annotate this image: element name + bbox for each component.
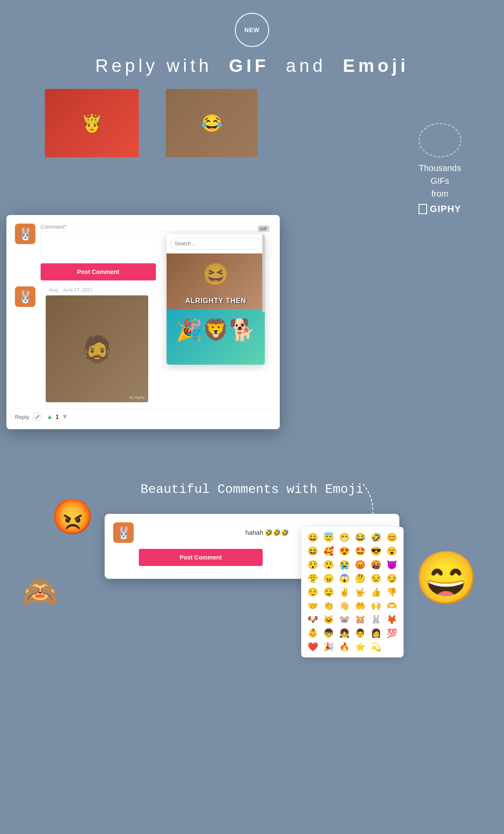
- emoji-item[interactable]: 😮: [385, 545, 399, 557]
- bg-gif-1-figure: 🤴: [45, 89, 139, 157]
- emoji-item[interactable]: 😇: [322, 531, 336, 543]
- emoji-item[interactable]: ⭐: [353, 641, 367, 653]
- emoji-item[interactable]: 😲: [322, 559, 336, 571]
- emoji-item[interactable]: 🤣: [369, 531, 383, 543]
- emoji-item[interactable]: 😯: [306, 559, 320, 571]
- beautiful-comments-title: Beautiful Comments with Emoji: [9, 482, 495, 497]
- emoji-item[interactable]: 😆: [306, 545, 320, 557]
- upvote-button[interactable]: ▲: [46, 413, 53, 421]
- emoji-item[interactable]: 💯: [385, 627, 399, 639]
- gif-result-1[interactable]: 😆 ALRIGHTY THEN: [167, 253, 265, 309]
- emoji-item[interactable]: 🫶: [385, 600, 399, 612]
- emoji-item[interactable]: 🙌: [369, 600, 383, 612]
- bg-gif-2-figure: 😂: [166, 89, 258, 157]
- emoji-item[interactable]: 🐭: [337, 613, 352, 625]
- vote-count: 1: [56, 413, 59, 420]
- emoji-item[interactable]: 🎉: [322, 641, 336, 653]
- reply-button[interactable]: Reply: [15, 414, 29, 420]
- giphy-info-area: Thousands GIFs from GIPHY: [419, 123, 461, 215]
- emoji-item[interactable]: 👶: [306, 627, 320, 639]
- emoji-item[interactable]: 👍: [369, 586, 383, 598]
- edit-icon[interactable]: [33, 413, 42, 421]
- giphy-info-text: Thousands GIFs from: [419, 162, 461, 200]
- emoji-item[interactable]: ❤️: [306, 641, 320, 653]
- emoji-item[interactable]: 😎: [369, 545, 383, 557]
- emoji-item[interactable]: 👎: [385, 586, 399, 598]
- comment-avatar-img: 🐰: [18, 290, 33, 304]
- emoji-item[interactable]: 👩: [369, 627, 383, 639]
- emoji-item[interactable]: 🤤: [322, 586, 336, 598]
- gif-result-2[interactable]: 🎉🦁🐕: [167, 309, 265, 365]
- giphy-logo-text: GIPHY: [430, 203, 461, 215]
- emoji-item[interactable]: 👦: [322, 627, 336, 639]
- gif-search-panel: 😆 ALRIGHTY THEN 🎉🦁🐕: [167, 234, 265, 365]
- emoji-item[interactable]: 🤬: [369, 559, 383, 571]
- emoji-item[interactable]: 👏: [322, 600, 336, 612]
- emoji-item[interactable]: 🐰: [369, 613, 383, 625]
- gif-collage-area: 🤴 😂 🕶️ 🐱 Thousands GIFs from GIPHY 🐰 Com…: [0, 89, 504, 439]
- comment-gif-image: 🧔 by Giphy: [46, 295, 148, 402]
- emoji-item[interactable]: 😏: [385, 572, 399, 584]
- avatar-img: 🐰: [18, 227, 33, 241]
- second-section: Beautiful Comments with Emoji 😡 🙈 😄 🐰 ha…: [0, 465, 504, 787]
- giphy-watermark: by Giphy: [129, 395, 145, 400]
- emoji-item[interactable]: 🤩: [353, 545, 367, 557]
- emoji-item[interactable]: 😭: [337, 559, 352, 571]
- emoji-item[interactable]: 😍: [337, 545, 352, 557]
- top-section: NEW Reply with GIF and Emoji: [0, 0, 504, 89]
- thousands-label: Thousands: [419, 162, 461, 174]
- modal-bottom-bar: Reply ▲ 1 ▼: [15, 408, 271, 421]
- dashed-circle: [419, 123, 461, 157]
- emoji-item[interactable]: 🔥: [337, 641, 352, 653]
- emoji-item[interactable]: 😀: [306, 531, 320, 543]
- emoji-item[interactable]: 👿: [385, 559, 399, 571]
- emoji-item[interactable]: 👨: [353, 627, 367, 639]
- headline-gif: GIF: [229, 56, 269, 76]
- emoji-item[interactable]: 😁: [337, 531, 352, 543]
- gif-search-input[interactable]: [170, 238, 261, 250]
- downvote-button[interactable]: ▼: [62, 413, 68, 421]
- emoji-item[interactable]: 🦊: [385, 613, 399, 625]
- emoji-grid: 😀😇😁😂🤣😊😆🥰😍🤩😎😮😯😲😭😡🤬👿😤😠😱🤔😒😏😌🤤✌️🤟👍👎🤝👏👋🤲🙌🫶🐶🐱🐭…: [306, 531, 399, 653]
- bg-gif-2: 😂: [166, 89, 258, 157]
- emoji-item[interactable]: 😒: [369, 572, 383, 584]
- bg-gif-1: 🤴: [45, 89, 139, 157]
- headline-part1: Reply with: [95, 56, 212, 76]
- emoji-item[interactable]: 🤟: [353, 586, 367, 598]
- emoji-item[interactable]: 🐹: [353, 613, 367, 625]
- emoji-item[interactable]: 😊: [385, 531, 399, 543]
- search-input-row: [167, 234, 265, 253]
- emoji-post-button[interactable]: Post Comment: [139, 549, 263, 566]
- new-badge-label: NEW: [244, 27, 260, 33]
- emoji-item[interactable]: 😡: [353, 559, 367, 571]
- emoji-item[interactable]: 🤝: [306, 600, 320, 612]
- emoji-item[interactable]: 😂: [353, 531, 367, 543]
- scrollbar[interactable]: [262, 234, 265, 312]
- emoji-item[interactable]: 🤔: [353, 572, 367, 584]
- think-emoji-deco: 🙈: [21, 574, 59, 609]
- emoji-item[interactable]: 👋: [337, 600, 352, 612]
- emoji-item[interactable]: 😌: [306, 586, 320, 598]
- emoji-item[interactable]: 👧: [337, 627, 352, 639]
- alrighty-overlay: ALRIGHTY THEN: [167, 297, 265, 305]
- emoji-item[interactable]: 💫: [369, 641, 383, 653]
- comment-date: June 17, 2021: [63, 287, 93, 292]
- headline-emoji: Emoji: [343, 56, 409, 76]
- vote-area: ▲ 1 ▼: [46, 413, 68, 421]
- emoji-area: 🐰 hahah 🤣🤣🤣 GIF 📷 Post Comment 😀😇😁😂🤣😊😆🥰😍…: [9, 514, 495, 579]
- emoji-item[interactable]: 😱: [337, 572, 352, 584]
- emoji-item[interactable]: 😠: [322, 572, 336, 584]
- emoji-item[interactable]: 🐱: [322, 613, 336, 625]
- emoji-item[interactable]: 🥰: [322, 545, 336, 557]
- emoji-item[interactable]: ✌️: [337, 586, 352, 598]
- emoji-picker: 😀😇😁😂🤣😊😆🥰😍🤩😎😮😯😲😭😡🤬👿😤😠😱🤔😒😏😌🤤✌️🤟👍👎🤝👏👋🤲🙌🫶🐶🐱🐭…: [301, 527, 404, 657]
- user-avatar: 🐰: [15, 224, 35, 244]
- from-label: from: [419, 187, 461, 200]
- gif-badge-top[interactable]: GIF: [258, 225, 270, 232]
- giphy-logo-icon: [419, 204, 427, 214]
- emoji-modal: 🐰 hahah 🤣🤣🤣 GIF 📷 Post Comment 😀😇😁😂🤣😊😆🥰😍…: [105, 514, 399, 579]
- post-comment-button[interactable]: Post Comment: [41, 263, 156, 280]
- emoji-item[interactable]: 😤: [306, 572, 320, 584]
- emoji-item[interactable]: 🐶: [306, 613, 320, 625]
- emoji-item[interactable]: 🤲: [353, 600, 367, 612]
